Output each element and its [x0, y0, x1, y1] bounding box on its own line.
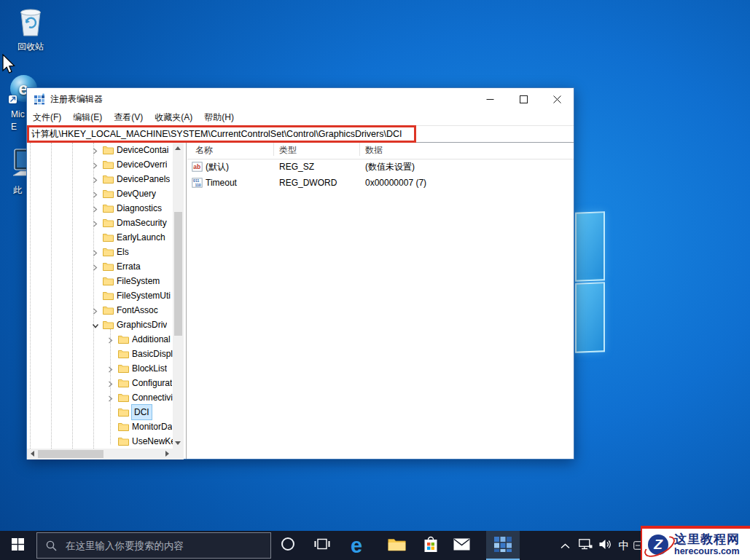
tree-item-label: DmaSecurity: [117, 216, 167, 230]
volume-icon: [599, 539, 612, 553]
chevron-right-icon[interactable]: [107, 365, 114, 372]
value-row-(默认)[interactable]: ab(默认)REG_SZ(数值未设置): [187, 159, 574, 175]
watermark: Z 这里教程网 herecours.com: [641, 526, 750, 560]
tree-item-DevQuery[interactable]: DevQuery: [27, 186, 173, 201]
tree-item-DeviceOverri[interactable]: DeviceOverri: [27, 157, 173, 172]
folder-icon: [103, 277, 114, 288]
chevron-right-icon[interactable]: [92, 176, 99, 183]
scroll-up-icon[interactable]: [175, 146, 181, 150]
chevron-right-icon[interactable]: [107, 379, 114, 387]
menu-item-1[interactable]: 编辑(E): [67, 111, 108, 124]
tree-item-UseNewKe[interactable]: UseNewKe: [27, 434, 173, 449]
search-input[interactable]: [64, 540, 249, 552]
cortana-button[interactable]: [270, 531, 305, 560]
chevron-right-icon[interactable]: [92, 161, 99, 168]
edge-taskbar-button[interactable]: e: [340, 531, 373, 560]
chevron-right-icon[interactable]: [107, 394, 114, 401]
folder-icon: [103, 320, 114, 331]
column-header-type[interactable]: 类型: [279, 143, 297, 158]
tree-item-DCI[interactable]: DCI: [27, 405, 173, 419]
file-explorer-button[interactable]: [380, 531, 413, 560]
minimize-button[interactable]: [473, 88, 507, 110]
menu-item-0[interactable]: 文件(F): [27, 111, 67, 124]
address-bar[interactable]: 计算机\HKEY_LOCAL_MACHINE\SYSTEM\CurrentCon…: [27, 125, 574, 142]
tree-item-DevicePanels[interactable]: DevicePanels: [27, 172, 173, 186]
tree-item-BlockList[interactable]: BlockList: [27, 361, 173, 376]
tree-item-FontAssoc[interactable]: FontAssoc: [27, 303, 173, 318]
ime-indicator[interactable]: 中: [614, 531, 633, 560]
recycle-bin-icon: [17, 30, 44, 40]
chevron-right-icon[interactable]: [107, 336, 114, 343]
column-header-data[interactable]: 数据: [365, 143, 383, 158]
tree-item-Diagnostics[interactable]: Diagnostics: [27, 201, 173, 216]
tree-horizontal-scrollbar[interactable]: [27, 449, 184, 460]
tree-vertical-scrollbar[interactable]: [173, 143, 184, 449]
tree-item-Connectivi[interactable]: Connectivi: [27, 390, 173, 405]
tree-item-FileSystemUti[interactable]: FileSystemUti: [27, 288, 173, 303]
tree-item-label: Diagnostics: [117, 201, 162, 216]
tree-item-label: DeviceOverri: [117, 157, 167, 172]
edge-label-line2: E: [11, 122, 28, 132]
tree-item-DmaSecurity[interactable]: DmaSecurity: [27, 216, 173, 230]
chevron-right-icon[interactable]: [92, 190, 99, 197]
reg-dword-icon: 011110: [192, 178, 203, 190]
scroll-down-icon[interactable]: [175, 441, 181, 445]
volume-tray-button[interactable]: [595, 531, 616, 560]
edge-icon: e: [351, 534, 362, 558]
tree-item-Additional[interactable]: Additional: [27, 332, 173, 347]
task-view-button[interactable]: [306, 531, 338, 560]
tray-expand-icon: [560, 539, 570, 552]
desktop-icon-recycle-bin[interactable]: 回收站: [10, 4, 51, 53]
folder-icon: [103, 233, 114, 244]
folder-icon: [103, 306, 114, 317]
tree-item-Els[interactable]: Els: [27, 245, 173, 259]
tree-item-label: Configurat: [132, 376, 172, 390]
tree-item-label: GraphicsDriv: [117, 318, 167, 332]
tree-item-label: MonitorDa: [132, 419, 172, 434]
tree-item-label: BasicDispl: [132, 347, 173, 361]
chevron-right-icon[interactable]: [92, 205, 99, 212]
menu-item-2[interactable]: 查看(V): [108, 111, 149, 124]
tree-item-GraphicsDriv[interactable]: GraphicsDriv: [27, 318, 173, 332]
tree-item-DeviceContai[interactable]: DeviceContai: [27, 143, 173, 157]
chevron-right-icon[interactable]: [92, 146, 99, 154]
tree-item-BasicDispl[interactable]: BasicDispl: [27, 347, 173, 361]
menu-item-3[interactable]: 收藏夹(A): [149, 111, 198, 124]
scrollbar-thumb[interactable]: [38, 450, 103, 458]
chevron-right-icon[interactable]: [92, 307, 99, 314]
mail-button[interactable]: [445, 531, 477, 560]
tree-item-Errata[interactable]: Errata: [27, 259, 173, 274]
start-button[interactable]: [0, 531, 35, 560]
scroll-right-icon[interactable]: [165, 451, 169, 457]
tray-expand-button[interactable]: [555, 531, 574, 560]
network-tray-button[interactable]: [575, 531, 595, 560]
tree-item-FileSystem[interactable]: FileSystem: [27, 274, 173, 288]
column-separator[interactable]: [273, 143, 274, 156]
column-header-name[interactable]: 名称: [195, 143, 213, 158]
folder-icon: [103, 175, 114, 186]
folder-icon: [118, 335, 129, 346]
store-button[interactable]: [415, 531, 447, 560]
chevron-right-icon[interactable]: [92, 248, 99, 256]
tree-item-EarlyLaunch[interactable]: EarlyLaunch: [27, 230, 173, 245]
pane-splitter[interactable]: [186, 143, 187, 459]
taskbar-search[interactable]: [36, 532, 271, 559]
scroll-left-icon[interactable]: [31, 451, 34, 457]
scrollbar-thumb[interactable]: [174, 212, 182, 336]
value-data: (数值未设置): [365, 159, 415, 175]
maximize-button[interactable]: [507, 88, 540, 110]
regedit-taskbar-button[interactable]: [486, 531, 520, 560]
value-row-Timeout[interactable]: 011110TimeoutREG_DWORD0x00000007 (7): [187, 175, 574, 191]
tree-item-label: DCI: [132, 405, 152, 419]
chevron-right-icon[interactable]: [92, 219, 99, 226]
column-separator[interactable]: [359, 143, 360, 156]
watermark-url: herecours.com: [674, 546, 740, 556]
close-button[interactable]: [540, 88, 574, 110]
menu-item-4[interactable]: 帮助(H): [198, 111, 240, 124]
cortana-icon: [281, 537, 295, 554]
chevron-down-icon[interactable]: [92, 321, 99, 328]
tree-item-Configurat[interactable]: Configurat: [27, 376, 173, 390]
chevron-right-icon[interactable]: [92, 263, 99, 270]
window-titlebar[interactable]: 注册表编辑器: [27, 88, 574, 110]
tree-item-MonitorDa[interactable]: MonitorDa: [27, 419, 173, 434]
